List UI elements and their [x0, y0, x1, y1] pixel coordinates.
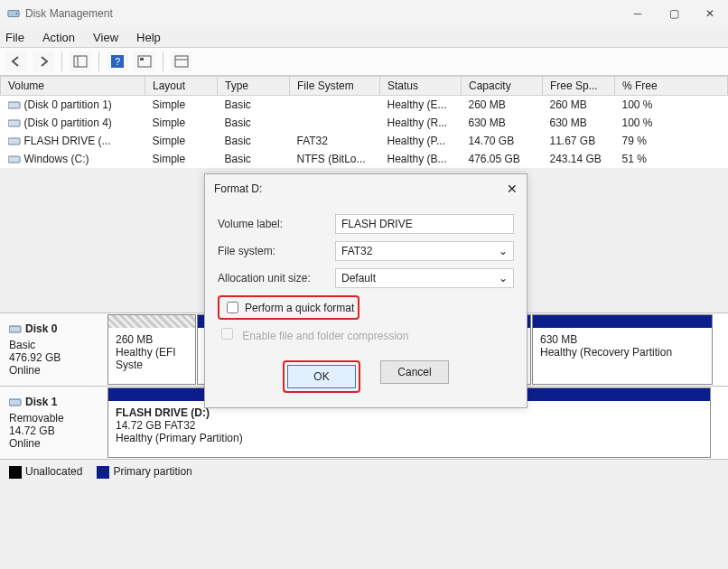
col-pctfree[interactable]: % Free [615, 77, 728, 96]
menu-action[interactable]: Action [41, 29, 77, 46]
volume-icon [8, 154, 21, 164]
minimize-button[interactable]: ─ [620, 0, 656, 27]
show-hide-console-tree-button[interactable] [70, 51, 91, 71]
col-layout[interactable]: Layout [145, 77, 218, 96]
compression-label: Enable file and folder compression [242, 330, 408, 342]
volume-icon [8, 99, 21, 110]
table-row[interactable]: (Disk 0 partition 4)SimpleBasicHealthy (… [1, 114, 728, 132]
table-row[interactable]: Windows (C:)SimpleBasicNTFS (BitLo...Hea… [1, 150, 728, 168]
title-bar: Disk Management ─ ▢ ✕ [0, 0, 728, 27]
svg-rect-12 [8, 138, 20, 145]
svg-rect-13 [8, 156, 20, 163]
table-row[interactable]: (Disk 0 partition 1)SimpleBasicHealthy (… [1, 96, 728, 115]
col-capacity[interactable]: Capacity [462, 77, 543, 96]
maximize-button[interactable]: ▢ [656, 0, 692, 27]
volume-label-input[interactable]: FLASH DRIVE [335, 214, 514, 234]
svg-rect-11 [8, 120, 20, 126]
file-system-label: File system: [218, 245, 335, 257]
help-button[interactable]: ? [107, 51, 128, 71]
col-volume[interactable]: Volume [1, 77, 145, 96]
disk-label-pane: Disk 0Basic476.92 GBOnline [0, 313, 107, 386]
volume-table: Volume Layout Type File System Status Ca… [0, 76, 728, 168]
col-type[interactable]: Type [218, 77, 290, 96]
compression-checkbox [221, 328, 233, 340]
app-icon [7, 7, 20, 20]
svg-point-1 [16, 13, 18, 14]
col-status[interactable]: Status [380, 77, 462, 96]
quick-format-label: Perform a quick format [245, 302, 354, 314]
allocation-unit-size-label: Allocation unit size: [218, 272, 335, 284]
svg-rect-2 [74, 56, 87, 67]
disk-icon [9, 396, 22, 407]
svg-rect-7 [140, 58, 144, 61]
allocation-unit-size-select[interactable]: Default ⌄ [335, 268, 514, 288]
file-system-select[interactable]: FAT32 ⌄ [335, 241, 514, 261]
quick-format-checkbox[interactable] [227, 302, 238, 313]
close-button[interactable]: ✕ [692, 0, 728, 27]
partition[interactable]: 260 MBHealthy (EFI Syste [107, 314, 196, 385]
svg-rect-15 [9, 399, 21, 406]
ok-button-highlight: OK [283, 360, 360, 393]
svg-rect-14 [9, 326, 21, 332]
partition[interactable]: 630 MBHealthy (Recovery Partition [532, 314, 713, 385]
forward-button[interactable] [33, 51, 54, 71]
menu-help[interactable]: Help [135, 29, 163, 46]
dialog-title: Format D: [214, 182, 262, 195]
svg-text:?: ? [115, 56, 120, 67]
menu-bar: File Action View Help [0, 27, 728, 47]
back-button[interactable] [5, 51, 27, 71]
refresh-button[interactable] [134, 51, 155, 71]
disk-icon [9, 323, 22, 334]
dialog-close-button[interactable]: ✕ [507, 182, 518, 196]
chevron-down-icon: ⌄ [499, 272, 508, 284]
volume-icon [8, 135, 21, 146]
format-dialog: Format D: ✕ Volume label: FLASH DRIVE Fi… [204, 173, 527, 408]
toolbar: ? [0, 47, 728, 76]
disk-label-pane: Disk 1Removable14.72 GBOnline [0, 387, 107, 459]
ok-button[interactable]: OK [287, 365, 356, 388]
svg-rect-10 [8, 102, 20, 108]
chevron-down-icon: ⌄ [499, 245, 508, 257]
cancel-button[interactable]: Cancel [380, 360, 449, 384]
col-freespace[interactable]: Free Sp... [543, 77, 615, 96]
col-filesystem[interactable]: File System [290, 77, 380, 96]
svg-rect-8 [175, 56, 188, 67]
quick-format-highlight: Perform a quick format [218, 295, 359, 320]
legend: Unallocated Primary partition [0, 459, 728, 484]
table-row[interactable]: FLASH DRIVE (...SimpleBasicFAT32Healthy … [1, 132, 728, 150]
volume-icon [8, 117, 21, 128]
table-header-row: Volume Layout Type File System Status Ca… [1, 77, 728, 96]
settings-button[interactable] [171, 51, 192, 71]
legend-unallocated: Unallocated [9, 465, 82, 479]
svg-rect-6 [138, 56, 151, 67]
legend-primary: Primary partition [97, 465, 191, 479]
window-title: Disk Management [25, 7, 113, 20]
menu-view[interactable]: View [91, 29, 120, 46]
volume-label-label: Volume label: [218, 218, 335, 230]
menu-file[interactable]: File [4, 29, 26, 46]
